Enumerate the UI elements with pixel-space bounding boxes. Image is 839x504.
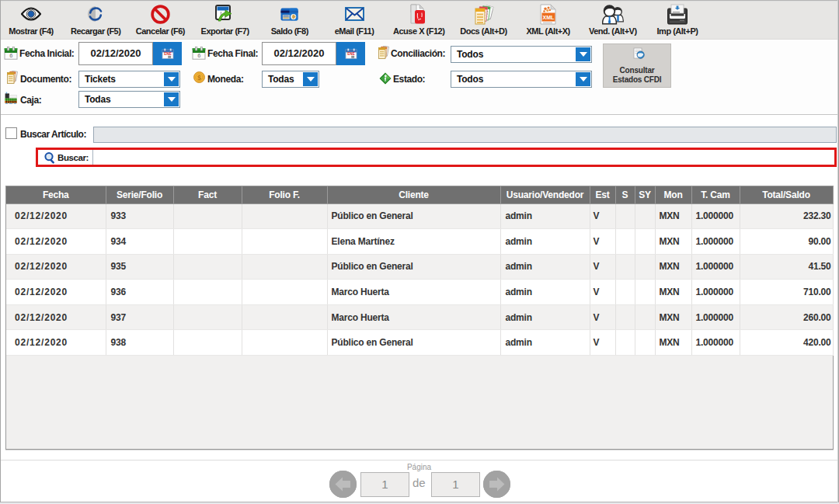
svg-text:XML: XML — [542, 14, 555, 19]
svg-text:ENE: ENE — [164, 52, 171, 56]
svg-text:ENE: ENE — [347, 52, 354, 56]
svg-text:6: 6 — [197, 52, 200, 59]
svg-text:6: 6 — [9, 52, 12, 59]
svg-text:$: $ — [197, 74, 201, 82]
